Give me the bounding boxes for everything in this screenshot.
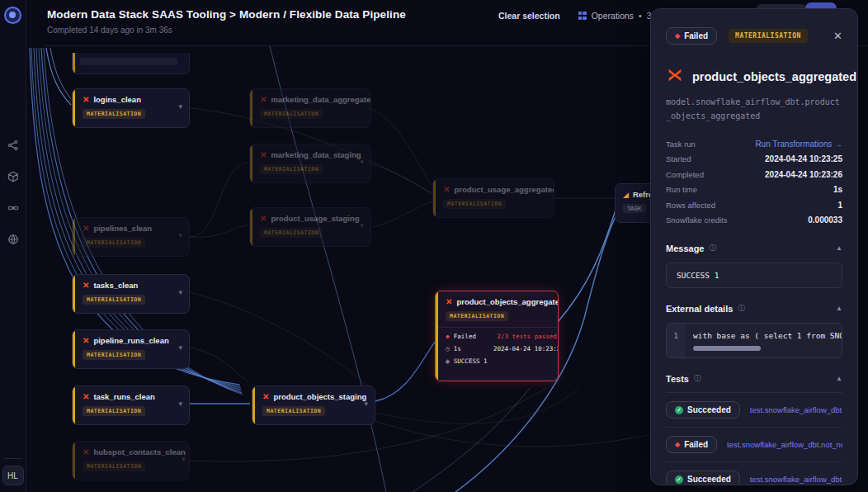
sidebar-divider xyxy=(4,458,22,459)
chevron-down-icon[interactable]: ▾ xyxy=(182,455,186,463)
code-line: with base as ( select 1 from SNOWFLAKE xyxy=(693,331,833,340)
graph-node-tasks-clean[interactable]: ✕tasks_clean ▾ MATERIALISATION xyxy=(72,274,190,314)
meta-row-snowflake-credits: Snowflake credits 0.000033 xyxy=(666,213,842,229)
dbt-icon: ✕ xyxy=(446,298,452,306)
graph-node-logins-clean[interactable]: ✕logins_clean ▾ MATERIALISATION xyxy=(72,88,190,128)
dbt-icon: ✕ xyxy=(262,393,269,401)
dbt-icon: ✕ xyxy=(83,337,89,345)
info-icon: ⓘ xyxy=(709,243,716,253)
test-link[interactable]: test.snowflake_airflow_dbt.unique_pro xyxy=(750,405,842,414)
tests-summary-link[interactable]: 2/3 tests passed ↗ xyxy=(498,333,559,340)
chevron-down-icon[interactable]: ▾ xyxy=(178,343,182,352)
meta-value: 2024-04-24 10:23:25 xyxy=(765,154,842,163)
node-label: product_objects_staging xyxy=(273,392,366,401)
meta-value: 2024-04-24 10:23:26 xyxy=(765,170,842,179)
meta-value: 1s xyxy=(833,185,842,194)
dbt-icon: ✕ xyxy=(83,96,89,104)
operations-dot: • xyxy=(639,11,642,21)
materialisation-badge: MATERIALISATION xyxy=(729,29,808,43)
sidebar: HL xyxy=(0,0,26,492)
graph-node-product-usage-staging[interactable]: ✕product_usage_staging ▾ MATERIALISATION xyxy=(249,207,371,247)
graph-node-pipeline-runs-clean[interactable]: ✕pipeline_runs_clean ▾ MATERIALISATION xyxy=(72,329,190,369)
clear-selection-button[interactable]: Clear selection xyxy=(498,11,560,21)
message-heading: Message xyxy=(666,244,704,253)
app-logo-icon[interactable] xyxy=(4,7,21,24)
node-label: marketing_data_aggregated xyxy=(271,95,371,104)
chevron-down-icon[interactable]: ▾ xyxy=(360,221,364,229)
operations-counter[interactable]: Operations • 35 xyxy=(578,11,657,21)
chevron-down-icon[interactable]: ▾ xyxy=(178,288,182,296)
graph-node-partial[interactable] xyxy=(72,53,190,74)
task-icon: ◢ xyxy=(623,191,629,199)
breadcrumb: Modern Data Stack SAAS Tooling > Modern … xyxy=(47,8,406,21)
node-label: tasks_clean xyxy=(93,281,138,290)
dbt-icon: ✕ xyxy=(83,281,89,290)
chevron-down-icon[interactable]: ▾ xyxy=(553,192,554,201)
meta-row-completed: Completed 2024-04-24 10:23:26 xyxy=(666,167,842,182)
graph-node-hubspot-contacts-clean[interactable]: ✕hubspot_contacts_clean ▾ MATERIALISATIO… xyxy=(72,441,190,480)
external-details-heading: External details xyxy=(666,304,733,314)
meta-label: Started xyxy=(666,154,691,163)
node-label: marketing_data_staging xyxy=(271,150,361,159)
collapse-icon[interactable]: ▲ xyxy=(836,305,842,312)
graph-node-task-runs-clean[interactable]: ✕task_runs_clean ▾ MATERIALISATION xyxy=(72,386,190,425)
materialisation-badge: MATERIALISATION xyxy=(446,311,508,321)
graph-node-product-objects-aggregated-selected[interactable]: ✕product_objects_aggregated ▴ MATERIALIS… xyxy=(435,291,559,381)
dbt-icon: ✕ xyxy=(83,448,89,457)
globe-icon[interactable] xyxy=(7,234,19,245)
graph-node-product-usage-aggregated[interactable]: ✕product_usage_aggregated ▾ MATERIALISAT… xyxy=(432,178,554,218)
graph-node-marketing-data-aggregated[interactable]: ✕marketing_data_aggregated ▾ MATERIALISA… xyxy=(249,88,371,128)
materialisation-badge: MATERIALISATION xyxy=(83,238,145,248)
chevron-down-icon[interactable]: ▾ xyxy=(360,158,364,166)
node-divider xyxy=(438,327,559,328)
status-circle-icon: ◉ xyxy=(446,357,450,365)
node-timestamp: 2024-04-24 10:23:25 xyxy=(493,345,559,352)
cube-icon[interactable] xyxy=(7,171,19,182)
node-label: product_objects_aggregated xyxy=(456,297,559,306)
collapse-icon[interactable]: ▲ xyxy=(836,244,842,252)
node-label: pipelines_clean xyxy=(93,224,152,233)
user-avatar[interactable]: HL xyxy=(2,466,24,485)
materialisation-badge: MATERIALISATION xyxy=(83,350,145,360)
close-icon[interactable]: ✕ xyxy=(833,30,842,42)
failed-diamond-icon: ◆ xyxy=(675,441,680,448)
test-status-label: Succeeded xyxy=(687,405,731,414)
test-status-badge: ✓Succeeded xyxy=(666,401,740,419)
task-run-link[interactable]: Run Transformations → xyxy=(755,140,842,149)
lineage-graph-icon[interactable] xyxy=(7,140,19,151)
node-label: hubspot_contacts_clean xyxy=(93,447,185,457)
graph-node-pipelines-clean[interactable]: ✕pipelines_clean ▾ MATERIALISATION xyxy=(72,217,190,257)
materialisation-badge: MATERIALISATION xyxy=(83,109,145,119)
chevron-down-icon[interactable]: ▾ xyxy=(178,231,182,239)
sql-code-block: 1 with base as ( select 1 from SNOWFLAKE xyxy=(666,323,842,358)
horizontal-scrollbar[interactable] xyxy=(693,346,761,351)
chevron-down-icon[interactable]: ▾ xyxy=(364,400,368,408)
node-label: product_usage_aggregated xyxy=(454,185,554,194)
tests-heading: Tests xyxy=(666,374,689,384)
materialisation-badge: MATERIALISATION xyxy=(260,164,323,174)
chevron-down-icon[interactable]: ▾ xyxy=(178,400,182,408)
test-status-label: Succeeded xyxy=(687,475,731,484)
meta-label: Rows affected xyxy=(666,201,715,210)
node-runtime: 1s xyxy=(454,345,461,352)
meta-row-task-run: Task run Run Transformations → xyxy=(666,136,842,152)
collapse-icon[interactable]: ▲ xyxy=(836,375,842,382)
test-link[interactable]: test.snowflake_airflow_dbt.not_null_pr xyxy=(727,440,842,449)
operations-grid-icon xyxy=(578,12,587,20)
materialisation-badge: MATERIALISATION xyxy=(83,295,145,305)
task-type-badge: TASK xyxy=(623,204,646,213)
panel-title: product_objects_aggregated xyxy=(692,70,856,83)
dbt-icon: ✕ xyxy=(260,151,267,159)
graph-node-product-objects-staging[interactable]: ✕product_objects_staging ▾ MATERIALISATI… xyxy=(252,386,375,425)
link-icon[interactable] xyxy=(7,202,19,214)
detail-panel: ◆Failed MATERIALISATION ✕ product_object… xyxy=(650,8,858,485)
check-circle-icon: ✓ xyxy=(675,475,683,484)
operations-label: Operations xyxy=(592,11,634,21)
test-link[interactable]: test.snowflake_airflow_dbt.not_null_pr xyxy=(750,475,842,484)
test-row: ✓Succeeded test.snowflake_airflow_dbt.no… xyxy=(666,462,842,485)
graph-node-marketing-data-staging[interactable]: ✕marketing_data_staging ▾ MATERIALISATIO… xyxy=(249,144,371,183)
chevron-down-icon[interactable]: ▾ xyxy=(178,102,182,111)
materialisation-badge: MATERIALISATION xyxy=(83,461,145,471)
meta-row-rows-affected: Rows affected 1 xyxy=(666,197,842,213)
failed-diamond-icon: ◆ xyxy=(446,333,450,340)
